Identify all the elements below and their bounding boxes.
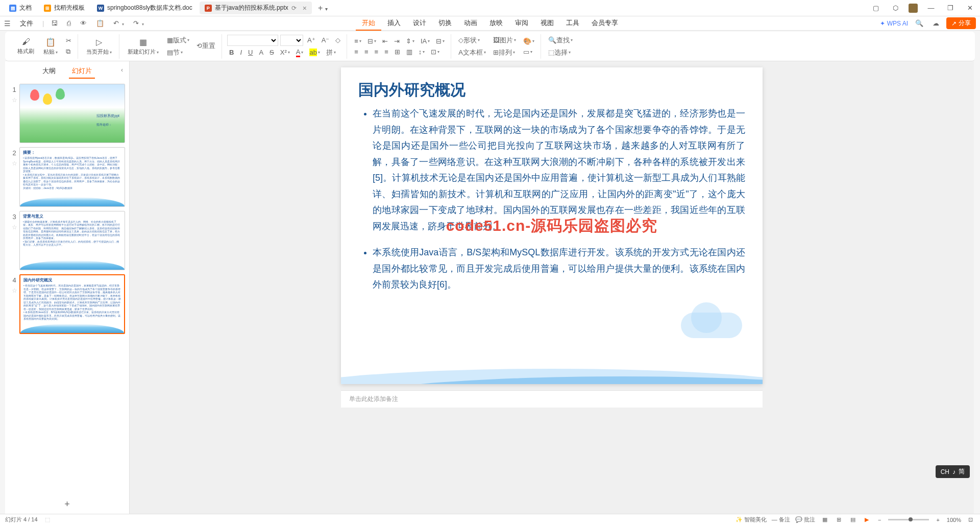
decrease-font-icon[interactable]: A⁻ [320, 35, 332, 45]
font-select[interactable] [227, 35, 278, 46]
bullet-list-icon[interactable]: ≡▾ [352, 36, 363, 46]
distribute-icon[interactable]: ⊞ [393, 47, 402, 57]
outline-icon[interactable]: ▭▾ [521, 47, 534, 57]
preview-icon[interactable]: 👁 [78, 18, 89, 28]
highlight-icon[interactable]: ab▾ [307, 47, 322, 57]
view-slideshow-icon[interactable]: ▶ [863, 515, 871, 524]
tab-review[interactable]: 审阅 [509, 16, 534, 31]
close-button[interactable]: ✕ [964, 2, 976, 14]
size-select[interactable] [280, 35, 303, 46]
share-button[interactable]: ↗分享 [946, 17, 976, 29]
comments-button[interactable]: 💬 批注 [795, 516, 815, 523]
tab-slideshow[interactable]: 放映 [483, 16, 509, 31]
tab-ppt-active[interactable]: P 基于java的招投标系统.pptx ⟳ × [200, 2, 312, 14]
notes-area[interactable]: 单击此处添加备注 [341, 390, 763, 408]
line-spacing-icon[interactable]: ⇕▾ [404, 36, 416, 46]
start-current-button[interactable]: ▷ 当页开始▾ [83, 36, 115, 57]
fit-icon[interactable]: ⊡ [966, 515, 975, 524]
paste-button[interactable]: 📋 粘贴▾ [40, 36, 61, 57]
find-button[interactable]: 🔍 查找▾ [546, 35, 575, 46]
align-left-icon[interactable]: ≡ [352, 47, 360, 57]
wps-ai-button[interactable]: ✦WPS AI [880, 20, 908, 27]
minimize-button[interactable]: — [925, 2, 937, 14]
font-color-icon[interactable]: A▾ [294, 47, 306, 58]
italic-icon[interactable]: I [238, 47, 244, 57]
zoom-out-icon[interactable]: − [876, 516, 883, 524]
thumb-item[interactable]: 4☆ 国内外研究概况 • 在当前这个飞速发展的时代，无论是国内还是国外，发展都是… [9, 274, 125, 334]
textbox-button[interactable]: A 文本框▾ [456, 47, 488, 58]
tab-outline[interactable]: 大纲 [39, 64, 59, 79]
star-icon[interactable]: ☆ [12, 224, 17, 231]
fill-icon[interactable]: 🎨▾ [521, 36, 536, 46]
tab-slides[interactable]: 幻灯片 [69, 64, 95, 79]
ime-indicator[interactable]: CH ♪ 简 [936, 465, 970, 478]
underline-icon[interactable]: U [246, 47, 255, 57]
pinyin-icon[interactable]: 拼▾ [324, 47, 338, 58]
bullet-2[interactable]: 本系统使用Java语言，B/S架构和MySQL数据库进行开发。该系统的开发方式无… [373, 245, 745, 293]
clear-format-icon[interactable]: ◇ [333, 35, 342, 45]
avatar-icon[interactable] [909, 4, 918, 13]
window-icon[interactable]: ▢ [870, 2, 882, 14]
spacing-icon[interactable]: ↕▾ [416, 47, 427, 57]
tab-design[interactable]: 设计 [407, 16, 432, 31]
slide-title[interactable]: 国内外研究概况 [341, 67, 763, 106]
strike-icon[interactable]: S [267, 47, 276, 57]
star-icon[interactable]: ☆ [12, 287, 17, 294]
undo-icon[interactable]: ↶ ▾ [111, 18, 126, 28]
tab-view[interactable]: 视图 [534, 16, 560, 31]
cube-icon[interactable]: ⬡ [889, 2, 901, 14]
tab-insert[interactable]: 插入 [381, 16, 407, 31]
align-right-icon[interactable]: ≡ [373, 47, 381, 57]
align-text-icon[interactable]: ⊟▾ [434, 36, 447, 46]
shape-button[interactable]: ◇ 形状▾ [456, 35, 482, 46]
slide-canvas[interactable]: 国内外研究概况 在当前这个飞速发展的时代，无论是国内还是国外，发展都是突飞猛进的… [341, 67, 763, 384]
align-center-icon[interactable]: ≡ [362, 47, 371, 57]
tab-tools[interactable]: 工具 [560, 16, 585, 31]
text-direction-icon[interactable]: IA▾ [419, 36, 432, 46]
zoom-in-icon[interactable]: + [934, 516, 941, 524]
star-icon[interactable]: ☆ [12, 160, 17, 167]
image-button[interactable]: 🖼 图片▾ [491, 35, 518, 46]
zoom-label[interactable]: 100% [947, 517, 961, 523]
superscript-icon[interactable]: X²▾ [278, 47, 292, 57]
maximize-button[interactable]: ❐ [944, 2, 957, 14]
redo-icon[interactable]: ↷ ▾ [131, 18, 146, 28]
hamburger-icon[interactable]: ☰ [4, 19, 11, 28]
bullet-1[interactable]: 在当前这个飞速发展的时代，无论是国内还是国外，发展都是突飞猛进的，经济形势也是一… [373, 106, 745, 234]
sidebar-collapse[interactable] [0, 61, 5, 514]
tab-word-doc[interactable]: W springboot88sly数据库文档.doc [92, 2, 198, 14]
number-list-icon[interactable]: ⊟▾ [365, 36, 378, 46]
tab-add-button[interactable]: + ▾ [314, 2, 332, 15]
section-button[interactable]: ▤ 节▾ [165, 47, 185, 58]
increase-indent-icon[interactable]: ⇥ [392, 36, 402, 46]
tab-member[interactable]: 会员专享 [585, 16, 624, 31]
zoom-slider[interactable] [888, 519, 929, 520]
search-icon[interactable]: 🔍 [913, 18, 925, 28]
thumb-3[interactable]: 背景与意义 • 随着社会的快速发展，计算机技术每年进步巨人的、网络、社会的各方面… [19, 211, 125, 270]
smart-beauty-button[interactable]: ✨ 智能美化 [736, 516, 767, 523]
remarks-button[interactable]: — 备注 [772, 516, 790, 523]
save-icon[interactable]: 🖫 [49, 18, 60, 28]
new-slide-button[interactable]: ▦ 新建幻灯片▾ [125, 36, 162, 57]
file-menu[interactable]: 文件 [16, 18, 37, 29]
format-painter-button[interactable]: 🖌 格式刷 [14, 36, 37, 56]
bold-icon[interactable]: B [227, 47, 236, 57]
view-reading-icon[interactable]: ▤ [848, 515, 857, 524]
decrease-indent-icon[interactable]: ⇤ [380, 36, 390, 46]
justify-icon[interactable]: ≡ [382, 47, 390, 57]
shadow-icon[interactable]: A [257, 47, 265, 57]
tab-transition[interactable]: 切换 [432, 16, 458, 31]
slide-body[interactable]: 在当前这个飞速发展的时代，无论是国内还是国外，发展都是突飞猛进的，经济形势也是一… [341, 106, 763, 293]
thumb-4-active[interactable]: 国内外研究概况 • 在当前这个飞速发展的时代，无论是国内还是国外，发展都是突飞猛… [19, 274, 125, 334]
copy-icon[interactable]: 📋 [94, 18, 106, 28]
collapse-icon[interactable]: ‹ [121, 66, 123, 74]
star-icon[interactable]: ☆ [12, 97, 17, 104]
copy-icon[interactable]: ⧉ [64, 46, 74, 57]
arrange-button[interactable]: ⊞ 排列▾ [491, 47, 517, 58]
tab-animation[interactable]: 动画 [458, 16, 483, 31]
view-sorter-icon[interactable]: ⊞ [835, 515, 843, 524]
thumb-item[interactable]: 2☆ 摘要： • 该系统使用java语言开发，数据库是MySQL。该应用实现了在… [9, 147, 125, 206]
layout-button[interactable]: ▦ 版式▾ [165, 35, 191, 46]
convert-icon[interactable]: ⊡▾ [429, 47, 442, 57]
print-icon[interactable]: ⎙ [65, 18, 73, 28]
